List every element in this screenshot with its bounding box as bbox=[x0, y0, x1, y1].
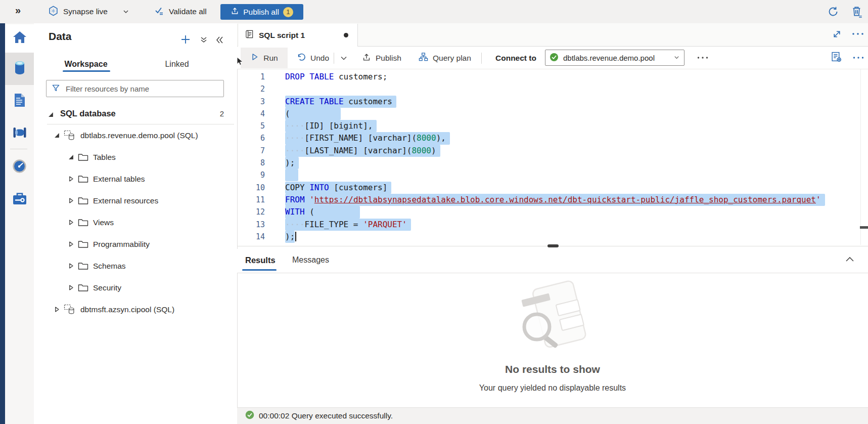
expand-editor-icon[interactable] bbox=[832, 29, 842, 41]
toolbar-divider bbox=[334, 53, 334, 64]
code-line-9[interactable]: 9 bbox=[237, 169, 868, 181]
code-line-14[interactable]: 14); bbox=[237, 231, 868, 243]
undo-label: Undo bbox=[310, 54, 329, 63]
caret-collapsed-icon[interactable] bbox=[67, 198, 74, 203]
code-line-6[interactable]: 6····[FIRST_NAME] [varchar](8000), bbox=[237, 132, 868, 144]
run-button[interactable]: Run bbox=[241, 48, 288, 68]
discard-all-icon[interactable] bbox=[850, 5, 863, 20]
line-number: 7 bbox=[237, 145, 271, 157]
tree-item-label: Programmability bbox=[93, 240, 150, 249]
selection-highlight: ····[LAST_NAME] [varchar](8000) bbox=[285, 145, 440, 157]
caret-collapsed-icon[interactable] bbox=[53, 307, 60, 312]
caret-collapsed-icon[interactable] bbox=[67, 285, 74, 290]
undo-icon bbox=[297, 53, 306, 64]
publish-all-button[interactable]: Publish all 1 bbox=[220, 4, 303, 20]
results-active-underline bbox=[242, 269, 277, 271]
tab-workspace[interactable]: Workspace bbox=[62, 57, 110, 72]
sql-code-editor[interactable]: 1DROP TABLE customers;23CREATE TABLE cus… bbox=[237, 69, 868, 245]
selection-highlight: ····[ID] [bigint], bbox=[285, 120, 377, 132]
pool-online-check-icon bbox=[550, 53, 559, 63]
selection-highlight: ····FILE_TYPE = 'PARQUET' bbox=[285, 219, 411, 231]
code-line-3[interactable]: 3CREATE TABLE customers bbox=[237, 96, 868, 108]
home-icon bbox=[12, 30, 27, 47]
editor-more-icon[interactable] bbox=[852, 56, 864, 60]
caret-collapsed-icon[interactable] bbox=[67, 241, 74, 247]
caret-collapsed-icon[interactable] bbox=[67, 220, 74, 225]
tab-more-actions-icon[interactable] bbox=[851, 32, 864, 36]
collapse-results-chevron-icon[interactable] bbox=[843, 253, 856, 268]
tree-item-schemas[interactable]: Schemas bbox=[34, 255, 237, 277]
run-options-chevron-icon[interactable] bbox=[340, 54, 348, 64]
mouse-cursor bbox=[237, 57, 245, 69]
caret-expanded-icon[interactable] bbox=[67, 154, 74, 160]
unsaved-changes-dot bbox=[344, 33, 348, 37]
line-number: 5 bbox=[237, 120, 271, 132]
query-plan-button[interactable]: Query plan bbox=[417, 48, 473, 68]
code-line-7[interactable]: 7····[LAST_NAME] [varchar](8000) bbox=[237, 145, 868, 157]
code-line-10[interactable]: 10COPY INTO [customers] bbox=[237, 182, 868, 194]
messages-tab-label: Messages bbox=[292, 256, 329, 265]
caret-expanded-icon[interactable] bbox=[53, 133, 60, 138]
nav-manage[interactable] bbox=[5, 184, 34, 215]
rail-divider bbox=[10, 149, 27, 149]
tree-item-security[interactable]: Security bbox=[34, 277, 237, 299]
tab-results[interactable]: Results bbox=[242, 249, 279, 271]
folder-icon bbox=[78, 283, 88, 292]
code-line-5[interactable]: 5····[ID] [bigint], bbox=[237, 120, 868, 132]
line-number: 3 bbox=[237, 96, 271, 108]
selection-highlight: CREATE TABLE customers bbox=[285, 96, 396, 108]
tree-item-external-resources[interactable]: External resources bbox=[34, 190, 237, 211]
code-line-1[interactable]: 1DROP TABLE customers; bbox=[237, 71, 868, 83]
scrollbar-cursor-marker[interactable] bbox=[860, 226, 868, 229]
tree-item-programmability[interactable]: Programmability bbox=[34, 233, 237, 255]
tree-item-tables[interactable]: Tables bbox=[34, 146, 237, 168]
tree-root-sql-database[interactable]: SQL database 2 bbox=[34, 103, 237, 124]
code-line-2[interactable]: 2 bbox=[237, 83, 868, 95]
tab-linked[interactable]: Linked bbox=[159, 57, 195, 72]
tree-item-label: External resources bbox=[93, 196, 158, 205]
nav-data[interactable] bbox=[5, 53, 34, 85]
active-tab-underline bbox=[63, 70, 110, 72]
caret-collapsed-icon[interactable] bbox=[67, 263, 74, 269]
caret-expanded-icon[interactable] bbox=[48, 110, 54, 119]
properties-icon[interactable] bbox=[831, 51, 842, 65]
left-nav-rail bbox=[0, 23, 34, 424]
nav-integrate[interactable] bbox=[5, 118, 34, 149]
mode-switcher[interactable]: Synapse live bbox=[48, 0, 129, 23]
line-number: 11 bbox=[237, 194, 271, 206]
toolbar-divider-2 bbox=[481, 53, 482, 64]
publish-button[interactable]: Publish bbox=[360, 48, 403, 68]
collapse-all-icon[interactable] bbox=[199, 35, 208, 47]
nav-home[interactable] bbox=[5, 24, 34, 53]
expand-menu-icon[interactable]: » bbox=[15, 5, 21, 16]
tree-item-dbtmsft-azsyn-cipool-sql[interactable]: dbtmsft.azsyn.cipool (SQL) bbox=[34, 299, 237, 320]
caret-collapsed-icon[interactable] bbox=[67, 176, 74, 182]
nav-develop[interactable] bbox=[5, 86, 34, 116]
query-plan-icon bbox=[419, 52, 428, 64]
pane-resize-grip[interactable] bbox=[547, 244, 559, 247]
tab-sql-script-1[interactable]: SQL script 1 bbox=[238, 24, 358, 47]
undo-button[interactable]: Undo bbox=[295, 48, 331, 68]
toolbar-more-icon[interactable] bbox=[697, 56, 709, 60]
refresh-icon[interactable] bbox=[827, 6, 839, 20]
collapse-panel-icon[interactable] bbox=[215, 35, 224, 47]
toolbox-icon bbox=[12, 192, 27, 207]
validate-all-button[interactable]: Validate all bbox=[154, 0, 207, 23]
filter-resources-input[interactable] bbox=[65, 84, 218, 94]
empty-results-title: No results to show bbox=[237, 363, 868, 375]
tab-messages[interactable]: Messages bbox=[288, 249, 333, 271]
code-line-13[interactable]: 13····FILE_TYPE = 'PARQUET' bbox=[237, 219, 868, 231]
tree-item-views[interactable]: Views bbox=[34, 211, 237, 233]
add-resource-icon[interactable] bbox=[180, 34, 191, 47]
code-line-12[interactable]: 12WITH ( bbox=[237, 206, 868, 218]
code-line-8[interactable]: 8); bbox=[237, 157, 868, 169]
tree-item-external-tables[interactable]: External tables bbox=[34, 168, 237, 190]
code-line-4[interactable]: 4( bbox=[237, 108, 868, 120]
tree-item-label: dbtlabs.revenue.demo.pool (SQL) bbox=[80, 131, 198, 140]
connect-to-dropdown[interactable]: dbtlabs.revenue.demo.pool bbox=[545, 50, 684, 66]
tree-item-dbtlabs-revenue-demo-pool-sql[interactable]: dbtlabs.revenue.demo.pool (SQL) bbox=[34, 124, 237, 146]
nav-monitor[interactable] bbox=[5, 152, 34, 182]
code-line-11[interactable]: 11FROM 'https://dbtlabsynapsedatalake.bl… bbox=[237, 194, 868, 206]
tree-item-label: dbtmsft.azsyn.cipool (SQL) bbox=[80, 305, 174, 314]
tab-title: SQL script 1 bbox=[259, 31, 305, 40]
